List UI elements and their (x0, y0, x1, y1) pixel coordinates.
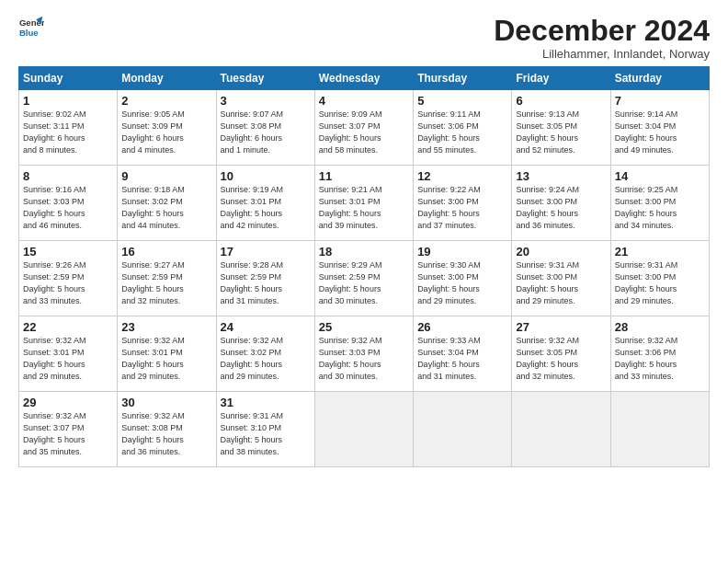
day-info: Sunrise: 9:24 AM Sunset: 3:00 PM Dayligh… (516, 184, 606, 232)
day-number: 15 (23, 245, 113, 259)
calendar-cell: 15Sunrise: 9:26 AM Sunset: 2:59 PM Dayli… (19, 241, 118, 316)
week-row-2: 8Sunrise: 9:16 AM Sunset: 3:03 PM Daylig… (19, 166, 710, 241)
calendar-cell: 8Sunrise: 9:16 AM Sunset: 3:03 PM Daylig… (19, 166, 118, 241)
day-number: 23 (121, 320, 211, 334)
weekday-header-wednesday: Wednesday (314, 67, 413, 90)
calendar-cell: 3Sunrise: 9:07 AM Sunset: 3:08 PM Daylig… (216, 90, 314, 166)
day-number: 19 (417, 245, 507, 259)
day-info: Sunrise: 9:21 AM Sunset: 3:01 PM Dayligh… (319, 184, 409, 232)
day-info: Sunrise: 9:32 AM Sunset: 3:07 PM Dayligh… (23, 410, 113, 458)
weekday-header-row: SundayMondayTuesdayWednesdayThursdayFrid… (19, 67, 710, 90)
weekday-header-thursday: Thursday (414, 67, 512, 90)
day-info: Sunrise: 9:31 AM Sunset: 3:00 PM Dayligh… (516, 259, 606, 307)
day-info: Sunrise: 9:14 AM Sunset: 3:04 PM Dayligh… (615, 109, 705, 156)
week-row-1: 1Sunrise: 9:02 AM Sunset: 3:11 PM Daylig… (19, 90, 710, 166)
calendar-cell: 19Sunrise: 9:30 AM Sunset: 3:00 PM Dayli… (414, 241, 512, 316)
logo: General Blue (18, 15, 44, 40)
calendar-cell: 22Sunrise: 9:32 AM Sunset: 3:01 PM Dayli… (19, 316, 118, 392)
location: Lillehammer, Innlandet, Norway (494, 47, 710, 61)
week-row-4: 22Sunrise: 9:32 AM Sunset: 3:01 PM Dayli… (19, 316, 710, 392)
day-info: Sunrise: 9:31 AM Sunset: 3:00 PM Dayligh… (615, 259, 705, 307)
calendar-cell: 20Sunrise: 9:31 AM Sunset: 3:00 PM Dayli… (512, 241, 610, 316)
calendar-cell: 6Sunrise: 9:13 AM Sunset: 3:05 PM Daylig… (512, 90, 610, 166)
day-info: Sunrise: 9:09 AM Sunset: 3:07 PM Dayligh… (319, 109, 409, 156)
week-row-5: 29Sunrise: 9:32 AM Sunset: 3:07 PM Dayli… (19, 392, 710, 467)
calendar-cell (314, 392, 413, 467)
calendar-cell: 30Sunrise: 9:32 AM Sunset: 3:08 PM Dayli… (118, 392, 216, 467)
calendar: SundayMondayTuesdayWednesdayThursdayFrid… (18, 66, 710, 467)
calendar-cell: 5Sunrise: 9:11 AM Sunset: 3:06 PM Daylig… (414, 90, 512, 166)
calendar-cell: 28Sunrise: 9:32 AM Sunset: 3:06 PM Dayli… (610, 316, 709, 392)
day-info: Sunrise: 9:32 AM Sunset: 3:08 PM Dayligh… (121, 410, 211, 458)
day-info: Sunrise: 9:32 AM Sunset: 3:01 PM Dayligh… (121, 335, 211, 383)
calendar-cell (414, 392, 512, 467)
day-number: 29 (23, 396, 113, 409)
weekday-header-sunday: Sunday (19, 67, 118, 90)
weekday-header-friday: Friday (512, 67, 610, 90)
day-info: Sunrise: 9:18 AM Sunset: 3:02 PM Dayligh… (121, 184, 211, 232)
day-info: Sunrise: 9:32 AM Sunset: 3:05 PM Dayligh… (516, 335, 606, 383)
calendar-cell: 9Sunrise: 9:18 AM Sunset: 3:02 PM Daylig… (118, 166, 216, 241)
calendar-cell: 31Sunrise: 9:31 AM Sunset: 3:10 PM Dayli… (216, 392, 314, 467)
weekday-header-monday: Monday (118, 67, 216, 90)
calendar-cell: 27Sunrise: 9:32 AM Sunset: 3:05 PM Dayli… (512, 316, 610, 392)
calendar-cell: 25Sunrise: 9:32 AM Sunset: 3:03 PM Dayli… (314, 316, 413, 392)
day-number: 26 (417, 320, 507, 334)
calendar-cell: 16Sunrise: 9:27 AM Sunset: 2:59 PM Dayli… (118, 241, 216, 316)
day-info: Sunrise: 9:11 AM Sunset: 3:06 PM Dayligh… (417, 109, 507, 156)
calendar-cell: 21Sunrise: 9:31 AM Sunset: 3:00 PM Dayli… (610, 241, 709, 316)
calendar-cell: 17Sunrise: 9:28 AM Sunset: 2:59 PM Dayli… (216, 241, 314, 316)
day-info: Sunrise: 9:30 AM Sunset: 3:00 PM Dayligh… (417, 259, 507, 307)
weekday-header-tuesday: Tuesday (216, 67, 314, 90)
day-number: 14 (615, 169, 705, 183)
day-info: Sunrise: 9:02 AM Sunset: 3:11 PM Dayligh… (23, 109, 113, 156)
day-info: Sunrise: 9:32 AM Sunset: 3:02 PM Dayligh… (221, 335, 311, 383)
calendar-cell: 7Sunrise: 9:14 AM Sunset: 3:04 PM Daylig… (610, 90, 709, 166)
day-number: 3 (221, 94, 311, 108)
day-info: Sunrise: 9:19 AM Sunset: 3:01 PM Dayligh… (221, 184, 311, 232)
day-info: Sunrise: 9:22 AM Sunset: 3:00 PM Dayligh… (417, 184, 507, 232)
day-number: 27 (516, 320, 606, 334)
weekday-header-saturday: Saturday (610, 67, 709, 90)
calendar-cell: 26Sunrise: 9:33 AM Sunset: 3:04 PM Dayli… (414, 316, 512, 392)
page: General Blue December 2024 Lillehammer, … (0, 0, 728, 563)
week-row-3: 15Sunrise: 9:26 AM Sunset: 2:59 PM Dayli… (19, 241, 710, 316)
day-number: 18 (319, 245, 409, 259)
day-number: 25 (319, 320, 409, 334)
calendar-cell: 2Sunrise: 9:05 AM Sunset: 3:09 PM Daylig… (118, 90, 216, 166)
calendar-cell: 29Sunrise: 9:32 AM Sunset: 3:07 PM Dayli… (19, 392, 118, 467)
calendar-cell: 4Sunrise: 9:09 AM Sunset: 3:07 PM Daylig… (314, 90, 413, 166)
calendar-cell: 10Sunrise: 9:19 AM Sunset: 3:01 PM Dayli… (216, 166, 314, 241)
day-info: Sunrise: 9:32 AM Sunset: 3:03 PM Dayligh… (319, 335, 409, 383)
day-number: 10 (221, 169, 311, 183)
day-number: 8 (23, 169, 113, 183)
calendar-cell (610, 392, 709, 467)
day-number: 6 (516, 94, 606, 108)
logo-icon: General Blue (18, 15, 44, 40)
day-info: Sunrise: 9:27 AM Sunset: 2:59 PM Dayligh… (121, 259, 211, 307)
calendar-body: 1Sunrise: 9:02 AM Sunset: 3:11 PM Daylig… (19, 90, 710, 467)
day-info: Sunrise: 9:05 AM Sunset: 3:09 PM Dayligh… (121, 109, 211, 156)
day-number: 28 (615, 320, 705, 334)
day-info: Sunrise: 9:16 AM Sunset: 3:03 PM Dayligh… (23, 184, 113, 232)
day-info: Sunrise: 9:26 AM Sunset: 2:59 PM Dayligh… (23, 259, 113, 307)
day-number: 13 (516, 169, 606, 183)
day-number: 1 (23, 94, 113, 108)
calendar-cell (512, 392, 610, 467)
day-number: 2 (121, 94, 211, 108)
day-number: 16 (121, 245, 211, 259)
day-info: Sunrise: 9:28 AM Sunset: 2:59 PM Dayligh… (221, 259, 311, 307)
calendar-cell: 14Sunrise: 9:25 AM Sunset: 3:00 PM Dayli… (610, 166, 709, 241)
svg-text:Blue: Blue (19, 28, 39, 38)
day-info: Sunrise: 9:25 AM Sunset: 3:00 PM Dayligh… (615, 184, 705, 232)
day-number: 12 (417, 169, 507, 183)
calendar-cell: 11Sunrise: 9:21 AM Sunset: 3:01 PM Dayli… (314, 166, 413, 241)
day-info: Sunrise: 9:07 AM Sunset: 3:08 PM Dayligh… (221, 109, 311, 156)
day-number: 4 (319, 94, 409, 108)
day-number: 21 (615, 245, 705, 259)
calendar-cell: 13Sunrise: 9:24 AM Sunset: 3:00 PM Dayli… (512, 166, 610, 241)
day-number: 22 (23, 320, 113, 334)
day-info: Sunrise: 9:32 AM Sunset: 3:01 PM Dayligh… (23, 335, 113, 383)
header: General Blue December 2024 Lillehammer, … (18, 15, 710, 61)
day-number: 31 (221, 396, 311, 409)
